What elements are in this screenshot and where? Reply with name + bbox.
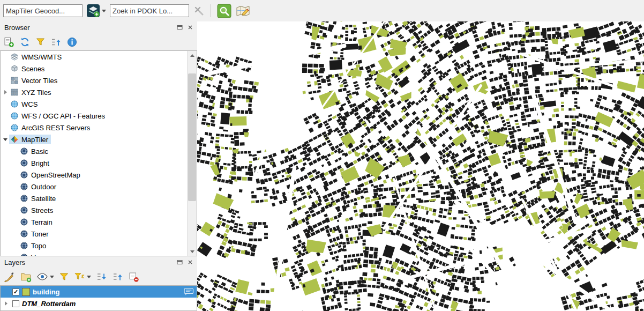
layer-row-dtm-rotterdam[interactable]: DTM_Rotterdam	[1, 298, 197, 309]
map-sphere-icon	[20, 218, 28, 226]
map-canvas[interactable]	[197, 21, 644, 311]
item-label: Satellite	[31, 195, 56, 203]
item-label-wrap: Topo	[19, 241, 49, 250]
expander-icon[interactable]	[2, 138, 9, 141]
clear-results-button	[192, 4, 205, 17]
layers-panel-header: Layers	[0, 256, 197, 268]
item-label-wrap: Terrain	[19, 217, 55, 227]
expander-icon[interactable]	[2, 301, 10, 306]
browser-item-v[interactable]: V	[1, 251, 197, 256]
browser-item-bright[interactable]: Bright	[1, 157, 197, 169]
map-sphere-icon	[20, 159, 28, 167]
close-panel-button[interactable]	[185, 258, 194, 266]
add-group-icon	[20, 271, 32, 283]
pdok-search-input[interactable]	[110, 4, 189, 17]
remove-layer-button[interactable]	[128, 271, 139, 283]
browser-item-wfs-ogc-api-features[interactable]: WFS / OGC API - Features	[1, 110, 197, 122]
scroll-down-arrow[interactable]	[188, 247, 197, 256]
close-panel-button[interactable]	[185, 24, 194, 32]
item-label: Bright	[31, 159, 49, 167]
map-sphere-icon	[20, 171, 28, 179]
map-tip-icon[interactable]	[184, 288, 194, 296]
browser-item-streets[interactable]: Streets	[1, 204, 197, 216]
browser-item-outdoor[interactable]: Outdoor	[1, 181, 197, 192]
layer-checkbox[interactable]: ✓	[12, 288, 19, 295]
item-label: Basic	[31, 147, 48, 156]
item-label: ArcGIS REST Servers	[21, 124, 90, 132]
item-label-wrap: Scenes	[9, 64, 47, 73]
browser-toolbar	[0, 33, 197, 50]
browser-item-arcgis-rest-servers[interactable]: ArcGIS REST Servers	[1, 122, 197, 134]
refresh-button[interactable]	[19, 36, 31, 48]
collapse-all-button[interactable]	[50, 36, 62, 48]
browser-tree: WMS/WMTSScenesVector TilesXYZ TilesWCSWF…	[0, 50, 197, 256]
layer-checkbox[interactable]	[12, 300, 19, 307]
styling-icon	[3, 271, 15, 283]
browser-item-toner[interactable]: Toner	[1, 228, 197, 240]
item-label-wrap: V	[19, 253, 39, 256]
float-panel-button[interactable]	[175, 258, 184, 266]
chevron-down-icon[interactable]	[87, 276, 91, 278]
remove-layer-icon	[128, 271, 139, 283]
browser-item-openstreetmap[interactable]: OpenStreetMap	[1, 169, 197, 181]
browser-item-wcs[interactable]: WCS	[1, 98, 197, 110]
chevron-down-icon[interactable]	[102, 10, 106, 12]
map-edit-icon	[236, 4, 250, 18]
collapse-all-button[interactable]	[112, 271, 123, 283]
maptiler-icon	[10, 135, 19, 144]
item-label: Toner	[31, 230, 49, 238]
left-dock: Browser WMS/WMTSScenesVector TilesXYZ Ti…	[0, 21, 197, 311]
pdok-map-edit-button[interactable]	[235, 3, 251, 19]
map-themes-icon	[36, 271, 48, 283]
maptiler-geocoder-input[interactable]	[3, 4, 83, 17]
item-label-wrap: Satellite	[19, 194, 58, 203]
manage-map-themes-button[interactable]	[36, 271, 54, 283]
browser-panel-header: Browser	[0, 21, 197, 33]
browser-item-topo[interactable]: Topo	[1, 240, 197, 251]
properties-widget-button[interactable]	[66, 36, 78, 48]
scroll-thumb[interactable]	[188, 73, 196, 201]
browser-panel: Browser WMS/WMTSScenesVector TilesXYZ Ti…	[0, 21, 197, 256]
scroll-up-arrow[interactable]	[188, 51, 197, 60]
item-label: Streets	[31, 206, 53, 214]
browser-item-satellite[interactable]: Satellite	[1, 192, 197, 204]
item-label: OpenStreetMap	[31, 171, 80, 179]
item-label: Outdoor	[31, 183, 56, 191]
item-label-wrap: Streets	[19, 205, 56, 215]
layer-row-building[interactable]: ✓building	[1, 286, 197, 298]
top-toolbar	[0, 0, 644, 21]
item-label: XYZ Tiles	[21, 88, 51, 97]
map-sphere-icon	[20, 147, 28, 156]
browser-item-terrain[interactable]: Terrain	[1, 216, 197, 228]
browser-item-wms-wmts[interactable]: WMS/WMTS	[1, 51, 197, 63]
float-panel-button[interactable]	[175, 24, 184, 32]
item-label: Terrain	[31, 218, 53, 226]
browser-scrollbar[interactable]	[187, 51, 197, 256]
add-selected-layers-button[interactable]	[3, 36, 14, 48]
item-label-wrap: OpenStreetMap	[19, 170, 83, 180]
item-label: WMS/WMTS	[21, 53, 62, 61]
browser-item-scenes[interactable]: Scenes	[1, 63, 197, 75]
expander-icon[interactable]	[2, 90, 9, 94]
browser-item-basic[interactable]: Basic	[1, 145, 197, 157]
filter-legend-button[interactable]	[59, 272, 69, 282]
maptiler-add-layer-button[interactable]	[86, 3, 107, 18]
browser-item-vector-tiles[interactable]: Vector Tiles	[1, 75, 197, 86]
filter-browser-button[interactable]	[35, 37, 46, 47]
item-label-wrap: ArcGIS REST Servers	[9, 123, 93, 132]
browser-item-maptiler[interactable]: MapTiler	[1, 134, 197, 145]
add-group-button[interactable]	[20, 271, 32, 283]
open-layer-styling-button[interactable]	[3, 271, 15, 283]
map-sphere-icon	[20, 241, 28, 250]
item-label-wrap: MapTiler	[9, 135, 51, 144]
browser-item-xyz-tiles[interactable]: XYZ Tiles	[1, 86, 197, 98]
expand-all-button[interactable]	[96, 271, 107, 283]
layers-stack-icon	[10, 53, 19, 61]
xyz-tiles-icon	[10, 88, 19, 97]
pdok-search-button[interactable]	[216, 3, 232, 19]
layer-color-swatch[interactable]	[22, 288, 30, 296]
filter-by-expression-button[interactable]	[74, 272, 91, 282]
item-label: V	[31, 254, 36, 257]
chevron-down-icon[interactable]	[50, 276, 54, 278]
filter-icon	[59, 272, 69, 282]
